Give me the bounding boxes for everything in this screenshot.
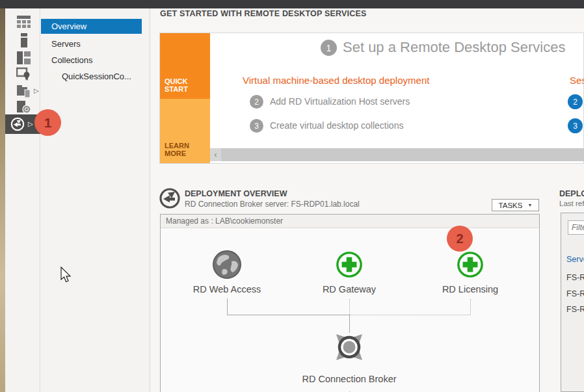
server-row[interactable]: FS-RD bbox=[566, 305, 584, 314]
sidebar-item-all-servers[interactable] bbox=[11, 49, 40, 66]
sidebar-item-dashboard[interactable] bbox=[11, 14, 40, 31]
green-plus-icon[interactable] bbox=[336, 251, 363, 278]
node-label-rd-web-access: RD Web Access bbox=[193, 284, 261, 294]
vm-step-2-circle: 2 bbox=[250, 95, 263, 109]
connector-webaccess-h bbox=[227, 315, 350, 315]
connector-licensing-v bbox=[470, 299, 471, 315]
rds-icon bbox=[10, 116, 25, 132]
deployment-servers-subtitle: Last ref bbox=[559, 200, 584, 207]
tasks-dropdown-button[interactable]: TASKS ▼ bbox=[492, 199, 539, 211]
tasks-label: TASKS bbox=[499, 202, 523, 209]
nav-item-servers[interactable]: Servers bbox=[41, 36, 142, 51]
local-server-icon bbox=[16, 33, 32, 48]
node-label-rd-gateway: RD Gateway bbox=[323, 284, 376, 294]
connector-licensing-h bbox=[349, 315, 470, 315]
quick-start-label: QUICK START bbox=[165, 77, 210, 93]
sidebar-iconbar: ▷ ▷ bbox=[5, 8, 40, 392]
learn-more-tab[interactable]: LEARN MORE bbox=[160, 99, 210, 163]
scroll-left-button[interactable]: ‹ bbox=[210, 148, 221, 161]
nav-item-overview[interactable]: Overview bbox=[41, 19, 142, 34]
connector-webaccess-v bbox=[227, 298, 228, 315]
server-row[interactable]: FS-RD bbox=[566, 289, 584, 298]
session-step-3-circle[interactable]: 3 bbox=[568, 118, 583, 133]
get-started-banner: QUICK START LEARN MORE 1 Set up a Remote… bbox=[159, 33, 584, 164]
vm-deployment-heading[interactable]: Virtual machine-based desktop deployment bbox=[243, 75, 429, 86]
expand-arrow-icon[interactable]: ▷ bbox=[34, 88, 39, 94]
managed-as-bar: Managed as : LAB\cookiemonster bbox=[161, 215, 539, 228]
sidebar-item-ad-ds[interactable] bbox=[11, 66, 40, 83]
get-started-title: GET STARTED WITH REMOTE DESKTOP SERVICES bbox=[160, 9, 367, 18]
node-label-rd-licensing: RD Licensing bbox=[442, 284, 498, 294]
connector-broker-v bbox=[349, 315, 350, 333]
horizontal-scrollbar[interactable] bbox=[221, 148, 584, 161]
node-label-rd-connection-broker: RD Connection Broker bbox=[302, 374, 396, 384]
green-plus-icon[interactable] bbox=[457, 251, 484, 278]
deployment-overview-subtitle: RD Connection Broker server: FS-RDP01.la… bbox=[185, 200, 360, 209]
dropdown-caret-icon: ▼ bbox=[527, 203, 532, 207]
vm-step-3-label[interactable]: Create virtual desktop collections bbox=[270, 120, 403, 131]
connector-gateway-v bbox=[349, 299, 350, 315]
nav-item-quicksessioncollection[interactable]: QuickSessionCo... bbox=[41, 69, 142, 84]
vm-step-2-label[interactable]: Add RD Virtualization Host servers bbox=[270, 96, 410, 107]
deployment-overview-title: DEPLOYMENT OVERVIEW bbox=[185, 189, 287, 198]
sidebar-item-services[interactable] bbox=[11, 99, 40, 116]
deployment-servers-title: DEPLO bbox=[559, 189, 584, 198]
callout-1-badge: 1 bbox=[34, 109, 61, 136]
server-manager-window: ▷ ▷ 1 Overview Servers Collections Quick… bbox=[0, 0, 584, 392]
server-column-header[interactable]: Serve bbox=[566, 255, 584, 264]
rds-logo-icon bbox=[159, 187, 181, 209]
mouse-cursor bbox=[60, 267, 71, 283]
session-step-2-circle[interactable]: 2 bbox=[568, 94, 583, 109]
deployment-servers-panel: Serve FS-RD FS-RD FS-RD bbox=[561, 213, 584, 392]
step-1-circle: 1 bbox=[321, 40, 337, 56]
quick-start-tab[interactable]: QUICK START bbox=[160, 33, 210, 99]
sidebar-item-local-server[interactable] bbox=[11, 32, 40, 49]
session-deployment-heading[interactable]: Ses bbox=[570, 75, 584, 86]
broker-icon[interactable] bbox=[334, 332, 365, 363]
globe-icon[interactable] bbox=[212, 250, 242, 280]
step-1-heading[interactable]: Set up a Remote Desktop Services bbox=[343, 39, 565, 56]
callout-2-badge: 2 bbox=[447, 226, 473, 252]
expand-arrow-icon[interactable]: ▷ bbox=[28, 121, 33, 127]
file-storage-icon bbox=[16, 84, 32, 98]
vm-step-3-circle: 3 bbox=[250, 119, 263, 133]
rds-nav-pane: Overview Servers Collections QuickSessio… bbox=[41, 8, 150, 392]
nav-item-collections[interactable]: Collections bbox=[41, 53, 142, 68]
filter-input[interactable] bbox=[568, 220, 584, 235]
dashboard-icon bbox=[16, 15, 32, 29]
managed-as-text: Managed as : LAB\cookiemonster bbox=[166, 216, 283, 226]
ad-ds-icon bbox=[16, 67, 32, 81]
server-row[interactable]: FS-RD bbox=[566, 273, 584, 282]
services-icon bbox=[16, 100, 32, 114]
desktop-background-sliver bbox=[0, 8, 5, 392]
all-servers-icon bbox=[16, 51, 32, 65]
main-content: GET STARTED WITH REMOTE DESKTOP SERVICES… bbox=[151, 8, 584, 392]
learn-more-label: LEARN MORE bbox=[165, 142, 210, 157]
window-top-strip bbox=[0, 0, 584, 8]
sidebar-item-file-storage[interactable]: ▷ bbox=[11, 83, 40, 99]
deployment-overview-panel: Managed as : LAB\cookiemonster RD Web Ac… bbox=[160, 214, 540, 392]
scroll-left-icon: ‹ bbox=[215, 150, 217, 159]
